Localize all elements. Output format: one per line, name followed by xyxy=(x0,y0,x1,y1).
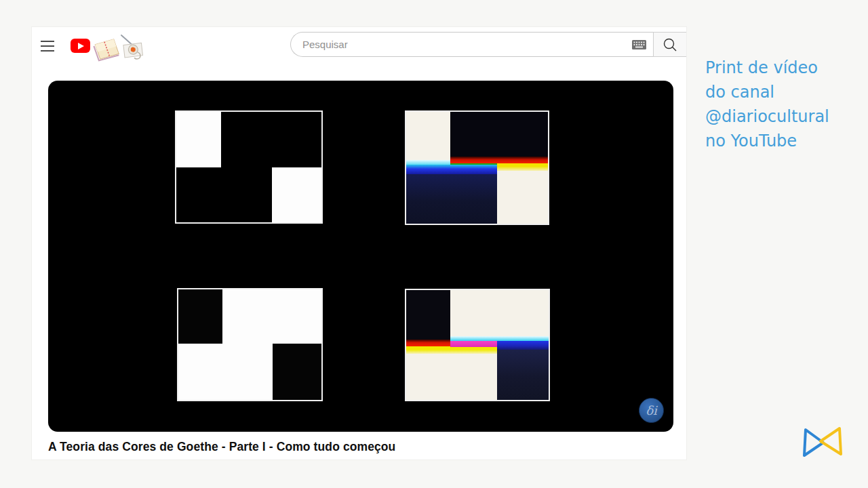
annotation-caption: Print de vídeo do canal @diariocultural … xyxy=(705,56,861,153)
magnifier-icon xyxy=(663,37,677,52)
youtube-header xyxy=(32,27,686,72)
youtube-screenshot-panel: δi A Teoria das Cores de Goethe - Parte … xyxy=(32,27,686,460)
watermark-text: δi xyxy=(646,405,657,417)
channel-watermark-badge[interactable]: δi xyxy=(639,398,664,423)
annotation-line: do canal xyxy=(705,80,861,104)
n-brand-logo-icon xyxy=(800,423,845,462)
search-input[interactable] xyxy=(302,39,632,50)
annotation-line: Print de vídeo xyxy=(705,56,861,80)
frame-panel-bottom-left xyxy=(177,288,323,401)
annotation-line: no YouTube xyxy=(705,129,861,153)
page: { "window": { "background_color": "#f7f7… xyxy=(0,0,868,488)
frame-panel-top-left xyxy=(175,110,323,224)
video-player[interactable]: δi xyxy=(48,81,673,432)
frame-panel-bottom-right xyxy=(405,289,550,401)
keyboard-icon[interactable] xyxy=(632,40,646,49)
menu-hamburger-icon[interactable] xyxy=(41,41,56,52)
frame-panel-top-right xyxy=(405,110,549,225)
annotation-line: @diariocultural xyxy=(705,104,861,129)
search-button[interactable] xyxy=(653,32,686,57)
book-and-camera-doodle-icon xyxy=(92,31,144,65)
video-title: A Teoria das Cores de Goethe - Parte I -… xyxy=(48,440,672,454)
search-bar[interactable] xyxy=(290,32,653,57)
youtube-logo-icon[interactable] xyxy=(71,39,90,53)
